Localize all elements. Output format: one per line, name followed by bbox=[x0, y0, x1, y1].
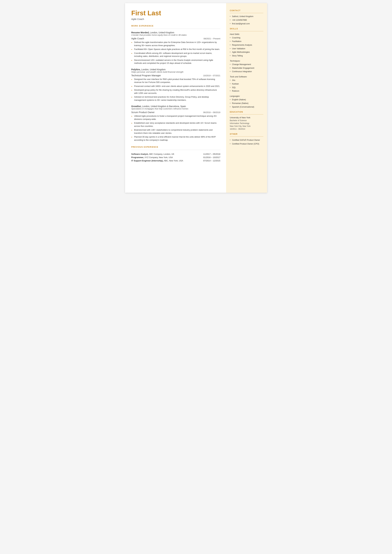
bullet-3-3: Brainstormed with 140+ stakeholders to c… bbox=[131, 128, 220, 134]
other-item-1: Certified SAFe® Product Owner bbox=[230, 139, 263, 142]
job-title: Agile Coach bbox=[131, 18, 220, 20]
company-tagline-3: Specializes in mortgages that help custo… bbox=[131, 108, 220, 110]
prev-job-2-dates: 01/2016 – 10/2017 bbox=[199, 156, 220, 159]
company-tagline-2: Helps personal, and wealth clients build… bbox=[131, 71, 220, 73]
job-block-3: Growthsi, London, United Kingdom & Barce… bbox=[131, 105, 220, 141]
work-experience-section: WORK EXPERIENCE Resume Worded, London, U… bbox=[131, 25, 220, 141]
prev-job-1-dates: 11/2017 – 05/2018 bbox=[199, 152, 220, 156]
prev-job-1-title: Software Analyst, ABC Company, London, U… bbox=[131, 152, 199, 156]
dates-2: 10/2019 – 07/2021 bbox=[203, 74, 220, 77]
name: First Last bbox=[131, 9, 220, 17]
hard-skills-label: Hard Skills: bbox=[230, 33, 263, 35]
techniques-list: Change Management Stakeholder Engagement… bbox=[230, 63, 263, 73]
hard-skills-list: Coaching Facilitation Requirements Analy… bbox=[230, 36, 263, 57]
tool-1: Jira bbox=[230, 79, 263, 82]
hard-skill-3: Requirements Analysis bbox=[230, 44, 263, 47]
bullet-1-2: Facilitated 60+ Open Spaces about Agile … bbox=[131, 48, 220, 51]
bullets-2: Designed the user interface for RW's pil… bbox=[131, 78, 220, 102]
company-name-1: Resume Worded, London, United Kingdom bbox=[131, 31, 220, 34]
previous-experience-divider bbox=[131, 150, 220, 150]
skills-divider bbox=[230, 31, 263, 31]
company-tagline-1: A lender that provides home equity lines… bbox=[131, 34, 220, 36]
dates-3: 06/2018 – 09/2019 bbox=[203, 111, 220, 113]
bullet-2-4: Advised on technical best practices for … bbox=[131, 95, 220, 102]
bullet-1-3: Coordinated efforts among 40+ software d… bbox=[131, 52, 220, 58]
techniques-label: Techniques: bbox=[230, 60, 263, 62]
work-experience-divider bbox=[131, 28, 220, 29]
job-block-2: Polyhire, London, United Kingdom Helps p… bbox=[131, 68, 220, 102]
tools-list: Jira Kanban SQL Rubicon bbox=[230, 79, 263, 92]
hard-skill-6: Story Telling bbox=[230, 54, 263, 57]
other-section: OTHER Certified SAFe® Product Owner Cert… bbox=[230, 133, 263, 146]
other-divider bbox=[230, 136, 263, 137]
hard-skill-2: Facilitation bbox=[230, 40, 263, 43]
technique-1: Change Management bbox=[230, 63, 263, 66]
hard-skill-4: User Validation bbox=[230, 47, 263, 50]
left-column: First Last Agile Coach WORK EXPERIENCE R… bbox=[125, 3, 226, 193]
prev-job-3-title: IT Support Engineer (Internship), ABC, N… bbox=[131, 159, 199, 162]
company-name-2: Polyhire, London, United Kingdom bbox=[131, 68, 220, 71]
contact-section: CONTACT Salford, United Kingdom +44 1234… bbox=[230, 9, 263, 25]
previous-experience-section: PREVIOUS EXPERIENCE Software Analyst, AB… bbox=[131, 146, 220, 162]
job-block-1: Resume Worded, London, United Kingdom A … bbox=[131, 31, 220, 65]
dates-1: 08/2021 – Present bbox=[203, 37, 220, 40]
language-3: Spanish (Conversational) bbox=[230, 105, 263, 108]
prev-job-2-title: Programmer, XYZ Company, New York, USA bbox=[131, 156, 199, 159]
bullet-2-2: Preserved contact with 3400+ end-user cl… bbox=[131, 85, 220, 88]
technique-3: Continuous Integration bbox=[230, 70, 263, 73]
contact-email: first.last@gmail.com bbox=[230, 22, 263, 25]
education-section: EDUCATION University of New York Bachelo… bbox=[230, 111, 263, 130]
edu-school: University of New York bbox=[230, 116, 263, 119]
bullets-3: Utilized Agile procedures to foster a tr… bbox=[131, 114, 220, 141]
bullet-2-3: Developed group policy for file sharing … bbox=[131, 88, 220, 95]
right-column: CONTACT Salford, United Kingdom +44 1234… bbox=[226, 3, 267, 193]
bullet-3-2: Established user story acceptance standa… bbox=[131, 121, 220, 128]
company-name-3: Growthsi, London, United Kingdom & Barce… bbox=[131, 105, 220, 108]
edu-degree: Bachelor of Science Information Technolo… bbox=[230, 119, 263, 130]
job-header-1: Agile Coach 08/2021 – Present bbox=[131, 37, 220, 40]
bullet-3-4: Planned 30-day sprints in a time-efficie… bbox=[131, 135, 220, 141]
skills-section: SKILLS Hard Skills: Coaching Facilitatio… bbox=[230, 28, 263, 108]
skills-title: SKILLS bbox=[230, 28, 263, 30]
bullet-1-1: Defined the agile transformation plan fo… bbox=[131, 41, 220, 47]
previous-experience-title: PREVIOUS EXPERIENCE bbox=[131, 146, 220, 148]
languages-label: Languages: bbox=[230, 95, 263, 97]
resume-container: First Last Agile Coach WORK EXPERIENCE R… bbox=[125, 3, 267, 193]
language-2: Romanian (Native) bbox=[230, 102, 263, 105]
job-header-2: Technical Program Manager 10/2019 – 07/2… bbox=[131, 74, 220, 77]
other-title: OTHER bbox=[230, 133, 263, 135]
prev-job-row-1: Software Analyst, ABC Company, London, U… bbox=[131, 152, 220, 156]
previous-exp-table: Software Analyst, ABC Company, London, U… bbox=[131, 152, 220, 162]
bullet-1-4: Decommissioned 120+ outdated servers in … bbox=[131, 59, 220, 65]
prev-job-row-2: Programmer, XYZ Company, New York, USA 0… bbox=[131, 156, 220, 159]
contact-title: CONTACT bbox=[230, 9, 263, 12]
education-title: EDUCATION bbox=[230, 111, 263, 113]
language-1: English (Native) bbox=[230, 98, 263, 101]
hard-skill-5: Agile Methodologies bbox=[230, 51, 263, 54]
role-3: Scrum Product Owner bbox=[131, 111, 155, 113]
contact-list: Salford, United Kingdom +44 1234567890 f… bbox=[230, 15, 263, 25]
other-item-2: Certified Product Owner (CPO) bbox=[230, 142, 263, 146]
prev-job-3-dates: 07/2014 – 12/2015 bbox=[199, 159, 220, 162]
job-header-3: Scrum Product Owner 06/2018 – 09/2019 bbox=[131, 111, 220, 113]
role-2: Technical Program Manager bbox=[131, 74, 161, 77]
work-experience-title: WORK EXPERIENCE bbox=[131, 25, 220, 27]
education-block: University of New York Bachelor of Scien… bbox=[230, 116, 263, 130]
tool-4: Rubicon bbox=[230, 90, 263, 92]
other-list: Certified SAFe® Product Owner Certified … bbox=[230, 139, 263, 146]
bullets-1: Defined the agile transformation plan fo… bbox=[131, 41, 220, 65]
contact-address: Salford, United Kingdom bbox=[230, 15, 263, 18]
contact-phone: +44 1234567890 bbox=[230, 19, 263, 22]
tool-3: SQL bbox=[230, 86, 263, 89]
tools-label: Tools and Software: bbox=[230, 76, 263, 78]
technique-2: Stakeholder Engagement bbox=[230, 67, 263, 70]
hard-skill-1: Coaching bbox=[230, 36, 263, 39]
bullet-3-1: Utilized Agile procedures to foster a tr… bbox=[131, 114, 220, 121]
bullet-2-1: Designed the user interface for RW's pil… bbox=[131, 78, 220, 84]
prev-job-row-3: IT Support Engineer (Internship), ABC, N… bbox=[131, 159, 220, 162]
tool-2: Kanban bbox=[230, 83, 263, 85]
role-1: Agile Coach bbox=[131, 37, 144, 40]
languages-list: English (Native) Romanian (Native) Spani… bbox=[230, 98, 263, 108]
